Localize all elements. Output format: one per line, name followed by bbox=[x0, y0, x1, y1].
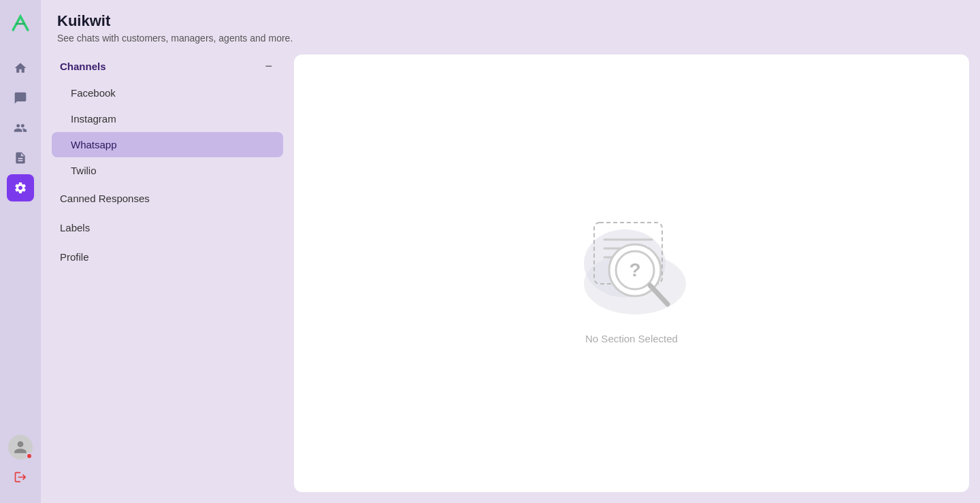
nav-settings[interactable] bbox=[7, 174, 34, 201]
page-subtitle: See chats with customers, managers, agen… bbox=[57, 33, 964, 44]
empty-state: ? No Section Selected bbox=[567, 202, 696, 344]
top-header: Kuikwit See chats with customers, manage… bbox=[41, 0, 980, 54]
sidebar-nav: Channels − Facebook Instagram Whatsapp T… bbox=[52, 54, 283, 492]
nav-home[interactable] bbox=[7, 54, 34, 82]
channel-item-whatsapp[interactable]: Whatsapp bbox=[52, 132, 283, 157]
user-avatar[interactable] bbox=[8, 435, 33, 459]
icon-bar bbox=[0, 0, 41, 503]
nav-reports[interactable] bbox=[7, 144, 34, 172]
bottom-icons bbox=[8, 435, 33, 489]
logo bbox=[7, 7, 34, 41]
collapse-channels-button[interactable]: − bbox=[262, 60, 275, 72]
sidebar-item-canned-responses[interactable]: Canned Responses bbox=[52, 184, 283, 212]
channel-item-instagram[interactable]: Instagram bbox=[52, 106, 283, 131]
logout-button[interactable] bbox=[8, 465, 33, 489]
nav-people[interactable] bbox=[7, 114, 34, 142]
main-area: Kuikwit See chats with customers, manage… bbox=[41, 0, 980, 503]
empty-state-illustration: ? bbox=[567, 202, 696, 331]
sidebar-item-profile[interactable]: Profile bbox=[52, 243, 283, 271]
svg-text:?: ? bbox=[629, 259, 640, 280]
channel-item-twilio[interactable]: Twilio bbox=[52, 158, 283, 183]
content-row: Channels − Facebook Instagram Whatsapp T… bbox=[41, 54, 980, 503]
avatar-status-dot bbox=[26, 453, 33, 459]
content-panel: ? No Section Selected bbox=[294, 54, 969, 492]
channels-section-header: Channels − bbox=[52, 54, 283, 78]
page-title: Kuikwit bbox=[57, 12, 964, 30]
channels-label: Channels bbox=[60, 61, 106, 72]
empty-state-message: No Section Selected bbox=[585, 333, 678, 344]
sidebar-item-labels[interactable]: Labels bbox=[52, 214, 283, 242]
channel-item-facebook[interactable]: Facebook bbox=[52, 80, 283, 106]
nav-chat[interactable] bbox=[7, 84, 34, 112]
